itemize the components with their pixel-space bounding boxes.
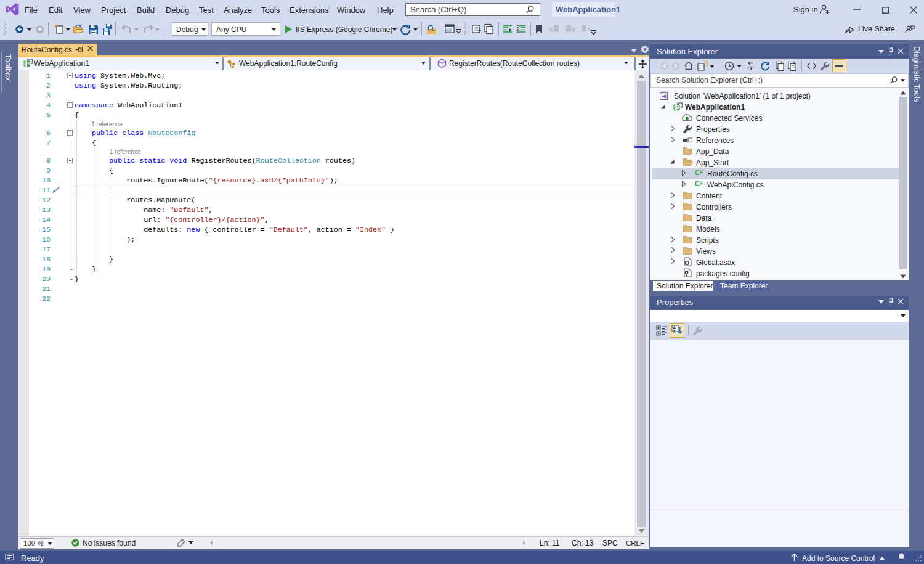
svg-text:A: A	[673, 325, 676, 330]
svg-text:Z: Z	[673, 330, 676, 334]
svg-text:2: 2	[516, 26, 519, 32]
